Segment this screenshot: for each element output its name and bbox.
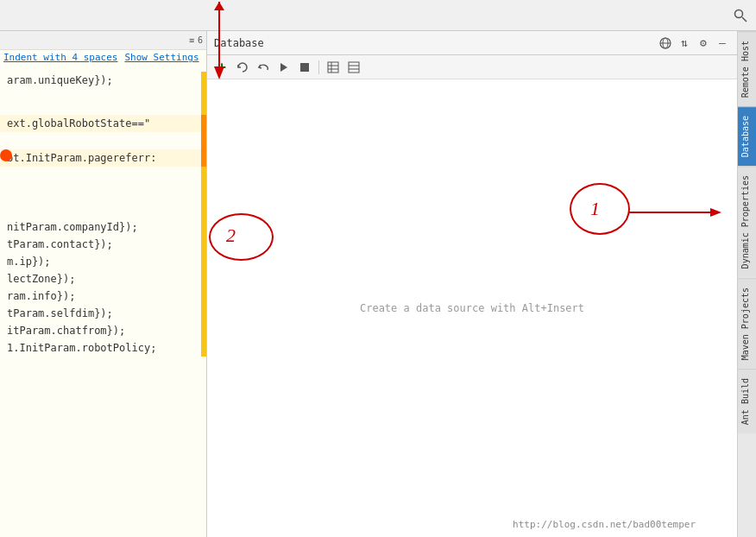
code-line: ext.globalRobotState==" [0,115,206,132]
db-main: Create a data source with Alt+Insert 2 1 [207,79,737,537]
panel-icon: ≡ [189,35,194,45]
code-text: ram.info}); [7,288,85,304]
gutter [201,339,206,357]
code-text: tParam.contact}); [7,237,123,252]
panel-count: 6 [198,35,203,45]
show-settings-link[interactable]: Show Settings [124,52,198,63]
svg-rect-7 [328,62,338,73]
search-icon[interactable] [732,7,749,24]
gutter [201,287,206,305]
right-content: Database ⇅ ⚙ – + [207,31,737,537]
code-line: 1.InitParam.robotPolicy; [0,339,206,357]
code-line [0,193,206,218]
gutter [201,253,206,270]
left-toolbar-row1: ≡ 6 [0,31,206,50]
code-text: lectZone}); [7,271,85,287]
db-title: Database [214,37,654,49]
code-line [0,89,206,115]
stop-button[interactable] [295,58,314,77]
side-tab-dynamic-properties[interactable]: Dynamic Properties [738,166,757,277]
code-line: nitParam.companyId}); [0,218,206,236]
gutter [201,132,206,149]
db-header: Database ⇅ ⚙ – [207,31,737,55]
svg-marker-15 [710,208,721,217]
arrow-right-svg [628,207,723,218]
db-globe-icon[interactable] [658,35,673,51]
gutter [201,167,206,193]
code-text: tParam.selfdim}); [7,306,123,321]
gutter [201,89,206,115]
left-panel: ≡ 6 Indent with 4 spaces Show Settings a… [0,31,207,537]
circle-2-annotation [209,213,274,261]
code-line: aram.uniqueKey}); [0,72,206,89]
number-2-label: 2 [226,224,236,247]
db-toolbar: + [207,55,737,79]
code-text: itParam.chatfrom}); [7,323,135,338]
circle-1-annotation [570,183,630,235]
db-header-icons: ⇅ ⚙ – [658,35,730,51]
code-line [0,167,206,193]
code-text: 1.InitParam.robotPolicy; [7,340,167,356]
left-toolbar-links: Indent with 4 spaces Show Settings [0,50,206,65]
gutter [201,72,206,89]
gutter [201,149,206,167]
code-text: nitParam.companyId}); [7,219,148,235]
table-view-button[interactable] [324,58,343,77]
svg-line-1 [742,17,747,22]
toolbar-separator [318,60,319,74]
side-tab-database[interactable]: Database [738,106,757,166]
db-minimize-icon[interactable]: – [715,35,730,51]
svg-marker-5 [280,63,287,72]
gutter [201,236,206,253]
code-line: ram.info}); [0,287,206,305]
code-text: ext.globalRobotState==" [7,116,161,131]
code-line: bt.InitParam.pagereferr: [0,149,206,167]
code-text: bt.InitParam.pagereferr: [7,150,167,166]
code-line [0,132,206,149]
side-tabs: Remote Host Database Dynamic Properties … [737,31,756,537]
side-tab-remote-host[interactable]: Remote Host [738,31,757,106]
add-button[interactable]: + [212,58,231,77]
svg-rect-6 [300,63,309,72]
gutter [201,322,206,339]
side-tab-ant-build[interactable]: Ant Build [738,369,757,433]
gutter [201,218,206,236]
main-container: ≡ 6 Indent with 4 spaces Show Settings a… [0,31,756,537]
gutter [201,193,206,218]
undo-button[interactable] [254,58,273,77]
top-bar [0,0,756,31]
gutter [201,115,206,132]
side-tab-maven[interactable]: Maven Projects [738,278,757,369]
warning-indicator [0,149,12,161]
blog-url: http://blog.csdn.net/bad00temper [513,519,696,530]
code-area: aram.uniqueKey}); ext.globalRobotState==… [0,65,206,537]
db-empty-text: Create a data source with Alt+Insert [360,302,584,314]
number-1-label: 1 [590,198,600,220]
db-sort-icon[interactable]: ⇅ [677,35,692,51]
code-line: tParam.contact}); [0,236,206,253]
gutter [201,270,206,287]
indent-link[interactable]: Indent with 4 spaces [3,52,117,63]
code-line: tParam.selfdim}); [0,305,206,322]
svg-point-0 [735,9,743,17]
svg-rect-11 [349,62,359,73]
db-settings-icon[interactable]: ⚙ [696,35,711,51]
code-line: m.ip}); [0,253,206,270]
list-view-button[interactable] [344,58,363,77]
gutter [201,305,206,322]
code-line: lectZone}); [0,270,206,287]
play-button[interactable] [274,58,293,77]
code-text: aram.uniqueKey}); [7,73,123,88]
refresh-button[interactable] [233,58,252,77]
code-text: m.ip}); [7,254,61,269]
code-line: itParam.chatfrom}); [0,322,206,339]
